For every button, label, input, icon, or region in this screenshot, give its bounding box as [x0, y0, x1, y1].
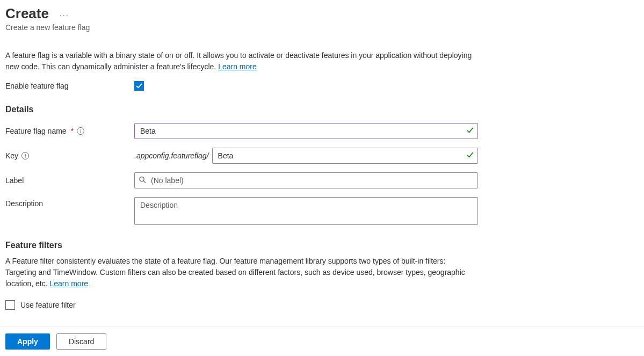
- valid-check-icon: [466, 127, 474, 136]
- info-icon[interactable]: i: [21, 152, 29, 159]
- label-input[interactable]: [134, 172, 478, 188]
- check-icon: [136, 83, 142, 89]
- apply-button[interactable]: Apply: [5, 333, 50, 350]
- description-textarea[interactable]: [134, 197, 478, 225]
- use-feature-filter-label: Use feature filter: [20, 301, 76, 309]
- search-icon: [139, 176, 146, 185]
- enable-feature-flag-label: Enable feature flag: [5, 82, 134, 90]
- feature-flag-name-label: Feature flag name: [5, 127, 67, 135]
- use-feature-filter-checkbox[interactable]: [5, 300, 15, 310]
- intro-text: A feature flag is a variable with a bina…: [5, 50, 473, 72]
- page-title: Create: [5, 5, 49, 22]
- enable-feature-flag-checkbox[interactable]: [134, 81, 144, 91]
- filters-learn-more-link[interactable]: Learn more: [50, 279, 89, 288]
- feature-filters-text: A Feature filter consistently evaluates …: [5, 256, 478, 289]
- feature-filters-heading: Feature filters: [5, 241, 478, 250]
- page-subtitle: Create a new feature flag: [5, 23, 478, 32]
- required-indicator: *: [71, 127, 74, 135]
- discard-button[interactable]: Discard: [56, 333, 106, 350]
- key-input[interactable]: [212, 148, 478, 164]
- details-heading: Details: [5, 105, 478, 114]
- footer-bar: Apply Discard: [0, 326, 644, 353]
- key-prefix: .appconfig.featureflag/: [134, 151, 209, 160]
- label-label: Label: [5, 176, 24, 185]
- info-icon[interactable]: i: [77, 127, 84, 135]
- description-label: Description: [5, 199, 43, 208]
- feature-flag-name-input[interactable]: [134, 123, 478, 139]
- learn-more-link[interactable]: Learn more: [218, 62, 257, 71]
- more-actions-button[interactable]: ···: [60, 11, 69, 19]
- valid-check-icon: [466, 151, 474, 161]
- key-label: Key: [5, 151, 18, 160]
- svg-line-1: [143, 181, 145, 183]
